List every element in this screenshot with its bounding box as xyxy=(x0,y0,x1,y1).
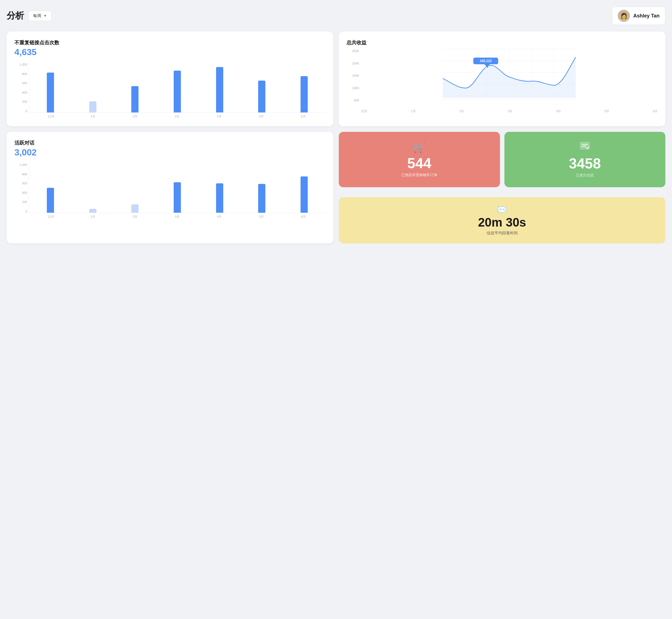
avatar: 👩 xyxy=(618,10,630,22)
y-axis-conv: 1,000 800 600 400 200 0 xyxy=(14,163,27,213)
header: 分析 每周 ▼ 👩 Ashley Tan xyxy=(7,7,665,25)
user-card: 👩 Ashley Tan xyxy=(612,7,665,25)
bar xyxy=(258,81,265,113)
bar-group xyxy=(73,209,113,213)
bar xyxy=(216,67,223,113)
bottom-row: 活跃对话 3,002 1,000 800 600 400 200 0 xyxy=(7,132,665,244)
bar-group xyxy=(73,101,113,113)
header-left: 分析 每周 ▼ xyxy=(7,10,52,22)
bar-chart-clicks xyxy=(29,63,326,113)
bar-group xyxy=(242,184,282,213)
active-conv-value: 3,002 xyxy=(14,147,326,157)
messages-icon xyxy=(579,141,590,153)
bar xyxy=(300,177,308,213)
bar xyxy=(131,86,138,113)
revenue-card: 总共收益 250K 200K 150K 100K 50K xyxy=(339,31,665,126)
bar-group xyxy=(284,177,324,213)
period-label: 每周 xyxy=(33,13,41,18)
revenue-title: 总共收益 xyxy=(346,39,658,46)
bar-group xyxy=(115,204,155,213)
line-chart-wrapper: 165,122 12月 1月 2月 3月 4月 5月 6月 xyxy=(361,49,658,113)
bar-group xyxy=(157,182,198,213)
bar xyxy=(89,209,96,213)
response-time-card: ✉️ 20m 30s 信息平均回复时间 xyxy=(339,197,665,244)
bar-group xyxy=(30,73,71,113)
cart-value: 544 xyxy=(407,156,431,170)
messages-label: 已发出信息 xyxy=(576,173,594,178)
unique-clicks-title: 不重复链接点击次数 xyxy=(14,39,326,46)
logo: 分析 xyxy=(7,10,24,22)
bar xyxy=(47,73,54,113)
tooltip-text: 165,122 xyxy=(480,59,492,63)
bar-group xyxy=(242,81,282,113)
bar xyxy=(47,188,54,213)
y-axis-revenue: 250K 200K 150K 100K 50K xyxy=(346,49,359,102)
bar-group xyxy=(115,86,155,113)
response-time-value: 20m 30s xyxy=(478,216,526,228)
bar xyxy=(216,183,223,213)
response-icon: ✉️ xyxy=(497,205,507,214)
bar-chart-conv xyxy=(29,163,326,213)
revenue-chart-svg: 165,122 xyxy=(361,49,658,108)
chevron-down-icon: ▼ xyxy=(44,14,47,18)
unique-clicks-value: 4,635 xyxy=(14,47,326,57)
bar xyxy=(300,76,308,113)
messages-value: 3458 xyxy=(569,156,601,170)
top-stat-cards: 🛒 544 已挽回弃置购物车订单 3458 已发出信息 xyxy=(339,132,665,187)
bar xyxy=(131,204,138,213)
bar xyxy=(89,101,96,113)
y-axis-clicks: 1,000 800 600 400 200 0 xyxy=(14,63,27,113)
x-labels-clicks: 12月 1月 2月 3月 4月 5月 6月 xyxy=(29,114,326,119)
svg-rect-10 xyxy=(580,142,590,149)
bar xyxy=(258,184,265,213)
bar-group xyxy=(199,183,240,213)
bar-group xyxy=(157,71,198,113)
top-row: 不重复链接点击次数 4,635 1,000 800 600 400 200 0 xyxy=(7,31,665,126)
messages-card: 3458 已发出信息 xyxy=(505,132,666,187)
bar-group xyxy=(284,76,324,113)
stats-column: 🛒 544 已挽回弃置购物车订单 3458 已发出信息 xyxy=(339,132,665,244)
x-labels-conv: 12月 1月 2月 3月 4月 5月 6月 xyxy=(29,215,326,219)
bar xyxy=(174,182,181,213)
active-conversations-card: 活跃对话 3,002 1,000 800 600 400 200 0 xyxy=(7,132,333,244)
x-labels-revenue: 12月 1月 2月 3月 4月 5月 6月 xyxy=(361,109,658,113)
cart-label: 已挽回弃置购物车订单 xyxy=(401,173,438,178)
unique-clicks-card: 不重复链接点击次数 4,635 1,000 800 600 400 200 0 xyxy=(7,31,333,126)
period-selector[interactable]: 每周 ▼ xyxy=(28,11,52,21)
bar xyxy=(174,71,181,113)
bar-group xyxy=(199,67,240,113)
cart-recovery-card: 🛒 544 已挽回弃置购物车订单 xyxy=(339,132,500,187)
cart-icon: 🛒 xyxy=(413,142,425,153)
user-name: Ashley Tan xyxy=(633,13,660,19)
response-time-label: 信息平均回复时间 xyxy=(487,231,518,236)
bar-group xyxy=(30,188,71,213)
active-conv-title: 活跃对话 xyxy=(14,140,326,146)
